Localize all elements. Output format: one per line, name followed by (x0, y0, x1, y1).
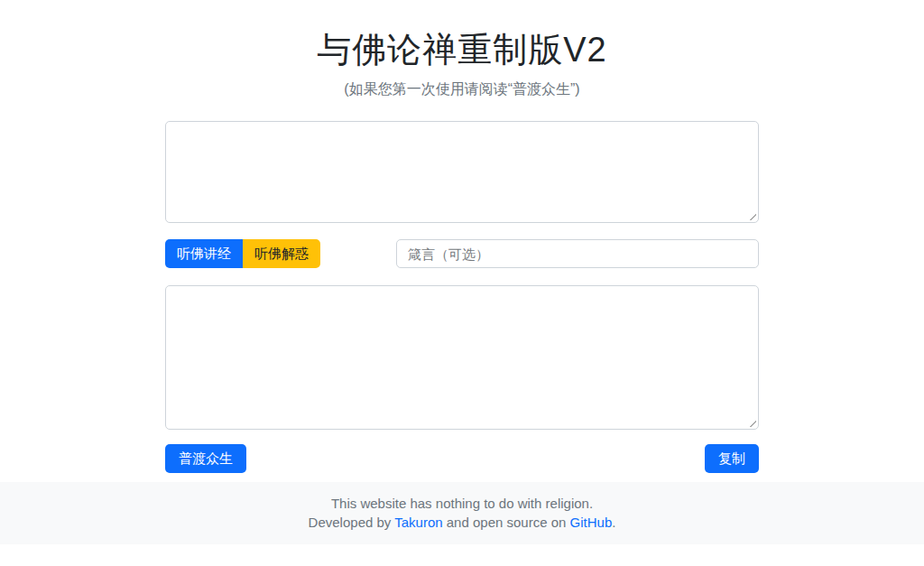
mode-and-key-row: 听佛讲经 听佛解惑 (165, 239, 759, 268)
mode-button-decode[interactable]: 听佛解惑 (243, 239, 320, 268)
page-title: 与佛论禅重制版V2 (165, 27, 759, 73)
mode-button-group: 听佛讲经 听佛解惑 (165, 239, 320, 268)
footer-credits-middle: and open source on (443, 515, 570, 530)
page-footer: This website has nothing to do with reli… (0, 482, 924, 544)
author-link[interactable]: Takuron (394, 515, 442, 530)
footer-credits: Developed by Takuron and open source on … (0, 513, 924, 532)
mode-button-encode[interactable]: 听佛讲经 (165, 239, 243, 268)
convert-button[interactable]: 普渡众生 (165, 444, 246, 473)
source-textarea-wrap (165, 121, 759, 223)
main-container: 与佛论禅重制版V2 (如果您第一次使用请阅读“普渡众生”) 听佛讲经 听佛解惑 … (165, 0, 759, 473)
key-input[interactable] (396, 239, 759, 268)
actions-row: 普渡众生 复制 (165, 444, 759, 473)
page-subtitle: (如果您第一次使用请阅读“普渡众生”) (165, 80, 759, 99)
github-link[interactable]: GitHub (570, 515, 613, 530)
output-textarea-wrap (165, 285, 759, 430)
source-textarea[interactable] (165, 121, 759, 223)
footer-disclaimer: This website has nothing to do with reli… (0, 494, 924, 513)
output-textarea[interactable] (165, 285, 759, 430)
footer-credits-suffix: . (612, 515, 615, 530)
footer-credits-prefix: Developed by (309, 515, 395, 530)
copy-button[interactable]: 复制 (705, 444, 759, 473)
